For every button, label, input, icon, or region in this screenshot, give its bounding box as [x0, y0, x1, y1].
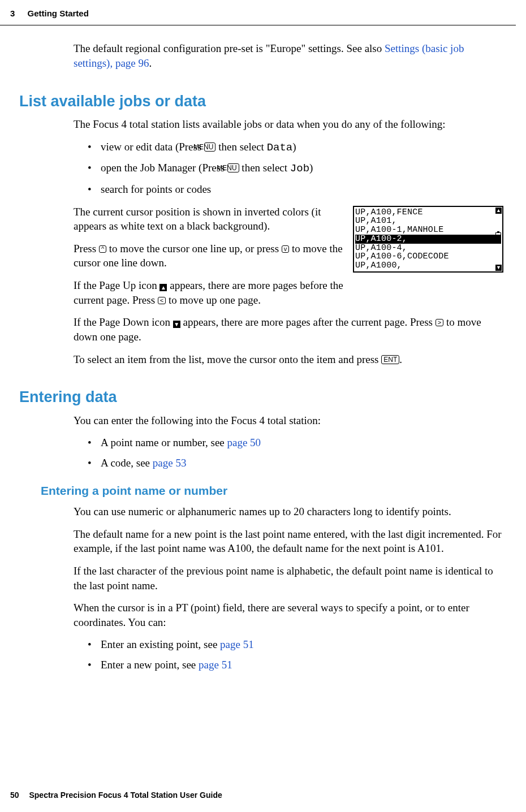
- battery-icon: [495, 232, 501, 244]
- chapter-title: Getting Started: [28, 8, 89, 18]
- sec1-p3: Press ^ to move the cursor one line up, …: [74, 241, 345, 270]
- sec3-p1: You can use numeric or alphanumeric name…: [74, 504, 503, 519]
- link-page-51b[interactable]: page 51: [199, 659, 232, 671]
- heading-entering-point-name: Entering a point name or number: [41, 483, 503, 499]
- lcd-row: UP,A100,FENCE: [355, 208, 501, 217]
- sec1-p5: If the Page Down icon ▼ appears, there a…: [74, 315, 503, 344]
- lcd-screenshot: UP,A100,FENCE UP,A101, UP,A100-1,MANHOLE…: [353, 206, 503, 273]
- sec1-list: view or edit data (Press MENU then selec…: [74, 140, 503, 197]
- chapter-number: 3: [10, 8, 15, 18]
- page-down-icon: ▼: [495, 265, 502, 271]
- list-item: Enter a new point, see page 51: [74, 658, 503, 672]
- list-item: A code, see page 53: [74, 456, 503, 470]
- sec1-p1: The Focus 4 total station lists availabl…: [74, 117, 503, 132]
- link-page-53[interactable]: page 53: [153, 457, 187, 469]
- key-menu: MENU: [204, 142, 215, 152]
- page-footer: 50 Spectra Precision Focus 4 Total Stati…: [10, 790, 222, 801]
- page-up-icon: ▲: [495, 208, 502, 214]
- key-menu: MENU: [227, 163, 239, 172]
- page-number: 50: [10, 791, 19, 800]
- sec3-p4: When the cursor is in a PT (point) field…: [74, 601, 503, 629]
- lcd-sidebar: ▲ ▼: [495, 208, 502, 271]
- list-item: open the Job Manager (Press MENU then se…: [74, 161, 503, 176]
- sec1-p4: If the Page Up icon ▲ appears, there are…: [74, 278, 345, 307]
- key-down: v: [282, 245, 290, 253]
- footer-title: Spectra Precision Focus 4 Total Station …: [29, 791, 222, 800]
- sec2-p1: You can enter the following into the Foc…: [74, 413, 503, 428]
- select-job: Job: [290, 162, 309, 175]
- list-item: Enter an existing point, see page 51: [74, 637, 503, 652]
- page-up-icon: ▲: [159, 284, 167, 291]
- sec3-p3: If the last character of the previous po…: [74, 564, 503, 593]
- lcd-row: UP,A100-6,CODECODE: [355, 252, 501, 261]
- key-right: >: [436, 319, 443, 326]
- key-left: <: [158, 297, 166, 304]
- key-ent: ENT: [381, 355, 399, 364]
- sec2-list: A point name or number, see page 50 A co…: [74, 435, 503, 470]
- link-page-51a[interactable]: page 51: [220, 638, 254, 650]
- lcd-row: UP,A100-1,MANHOLE: [355, 226, 501, 235]
- lcd-row: UP,A101,: [355, 217, 501, 226]
- lcd-row: UP,A100-4,: [355, 244, 501, 253]
- intro-paragraph: The default regional configuration pre-s…: [74, 41, 503, 70]
- page-header: 3 Getting Started: [0, 0, 516, 25]
- sec1-p2: The current cursor position is shown in …: [74, 205, 345, 234]
- sec3-list: Enter an existing point, see page 51 Ent…: [74, 637, 503, 672]
- page-down-icon: ▼: [173, 321, 180, 328]
- list-item: A point name or number, see page 50: [74, 435, 503, 450]
- heading-entering-data: Entering data: [19, 387, 503, 407]
- sec1-p6: To select an item from the list, move th…: [74, 352, 503, 367]
- list-item: view or edit data (Press MENU then selec…: [74, 140, 503, 156]
- select-data: Data: [267, 141, 293, 154]
- key-up: ^: [99, 245, 106, 253]
- list-item: search for points or codes: [74, 182, 503, 197]
- lcd-row-selected: UP,A100-2,: [355, 235, 501, 244]
- link-page-50[interactable]: page 50: [227, 437, 261, 448]
- sec3-p2: The default name for a new point is the …: [74, 527, 503, 556]
- heading-list-jobs: List available jobs or data: [19, 91, 503, 111]
- page-content: The default regional configuration pre-s…: [0, 25, 526, 672]
- lcd-row: UP,A1000,: [355, 261, 501, 270]
